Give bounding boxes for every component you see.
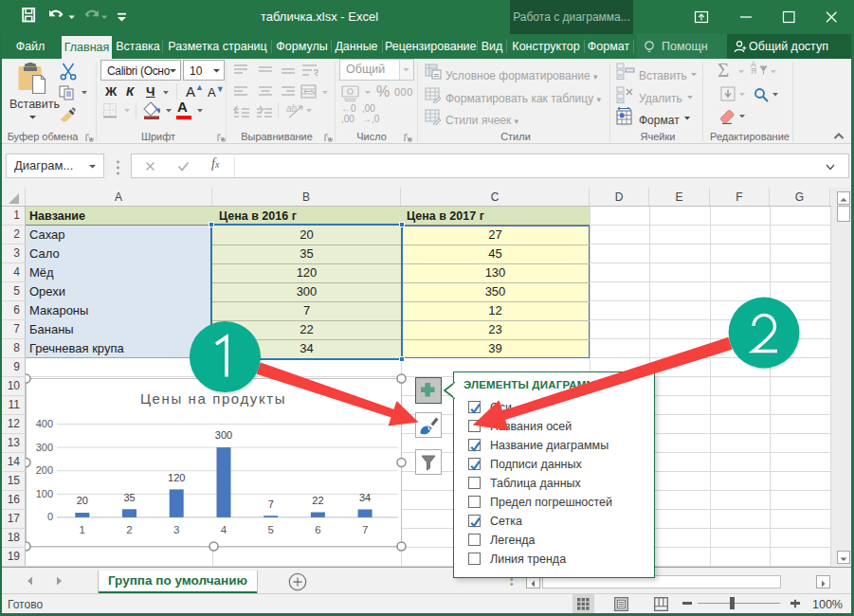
svg-text:7: 7 <box>268 498 274 510</box>
svg-text:20: 20 <box>77 495 88 506</box>
svg-text:300: 300 <box>215 429 232 441</box>
svg-text:120: 120 <box>168 472 185 483</box>
svg-text:2: 2 <box>126 524 132 535</box>
svg-text:400: 400 <box>36 418 53 429</box>
svg-text:3: 3 <box>173 524 179 535</box>
svg-text:5: 5 <box>267 524 273 535</box>
svg-text:7: 7 <box>362 524 368 535</box>
svg-text:Цены на продукты: Цены на продукты <box>140 390 286 407</box>
svg-text:22: 22 <box>312 495 323 506</box>
svg-text:34: 34 <box>359 492 371 503</box>
svg-text:4: 4 <box>221 524 227 535</box>
svg-text:35: 35 <box>123 492 135 503</box>
svg-text:0: 0 <box>47 511 53 522</box>
svg-text:300: 300 <box>36 442 53 453</box>
svg-text:6: 6 <box>315 524 320 535</box>
svg-text:200: 200 <box>36 464 53 476</box>
svg-text:1: 1 <box>80 524 85 535</box>
svg-text:100: 100 <box>36 488 53 499</box>
